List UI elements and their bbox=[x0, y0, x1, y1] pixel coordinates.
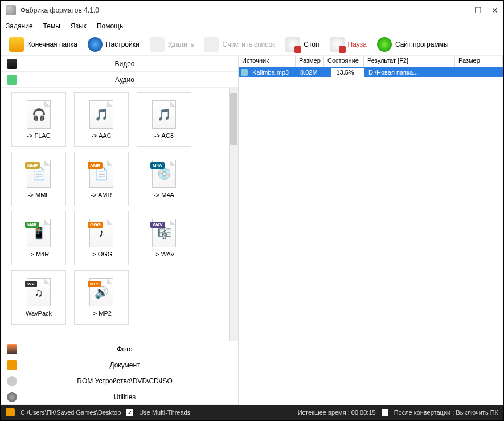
gear-icon bbox=[88, 37, 103, 52]
format-glyph-icon: 🎵 bbox=[95, 108, 109, 121]
format-label: -> OGG bbox=[91, 251, 113, 257]
format-label: -> AC3 bbox=[154, 132, 174, 139]
pause-icon bbox=[330, 37, 345, 52]
scrollbar-vertical[interactable] bbox=[229, 88, 238, 341]
format-badge: WV bbox=[25, 281, 37, 287]
menu-themes[interactable]: Темы bbox=[43, 22, 60, 30]
window-title: Фабрика форматов 4.1.0 bbox=[21, 6, 457, 14]
format-grid: 🎧-> FLAC🎵-> AAC🎵-> AC3MMF📄-> MMFAMR📄-> A… bbox=[1, 88, 229, 341]
category-utilities-label: Utilities bbox=[114, 393, 136, 401]
header-source[interactable]: Источник bbox=[239, 56, 296, 67]
format-label: -> MMF bbox=[28, 191, 50, 198]
category-rom-label: ROM Устройство\DVD\CD\ISO bbox=[77, 377, 172, 385]
after-convert-checkbox[interactable] bbox=[382, 409, 388, 416]
format-label: -> MP2 bbox=[91, 310, 112, 317]
menu-help[interactable]: Помощь bbox=[97, 22, 123, 30]
format-file-icon: M4R📱 bbox=[27, 219, 51, 247]
format-file-icon: OGG♪ bbox=[89, 219, 113, 247]
format-item[interactable]: AMR📄-> AMR bbox=[74, 152, 129, 206]
status-path: C:\Users\ПК\Saved Games\Desktop bbox=[21, 409, 121, 416]
folder-icon bbox=[9, 37, 24, 52]
status-folder-icon[interactable] bbox=[6, 408, 15, 416]
format-file-icon: M4A💿 bbox=[152, 160, 176, 188]
category-photo[interactable]: Фото bbox=[1, 341, 238, 357]
menu-language[interactable]: Язык bbox=[71, 22, 87, 30]
settings-button[interactable]: Настройки bbox=[84, 36, 143, 53]
format-badge: MMF bbox=[25, 162, 40, 169]
cell-size2 bbox=[456, 72, 503, 73]
globe-icon bbox=[377, 37, 392, 52]
format-file-icon: MMF📄 bbox=[27, 160, 51, 188]
format-item[interactable]: M4A💿-> M4A bbox=[137, 152, 191, 206]
table-header: Источник Размер Состояние Результат [F2]… bbox=[239, 56, 503, 67]
website-label: Сайт программы bbox=[395, 40, 449, 48]
table-row[interactable]: Kalimba.mp3 8.02M 13.5% D:\Новая папка..… bbox=[239, 67, 503, 77]
cell-size: 8.02M bbox=[297, 68, 325, 76]
format-item[interactable]: MP3🔊-> MP2 bbox=[74, 270, 129, 325]
format-item[interactable]: WV♫WavPack bbox=[11, 270, 66, 325]
format-glyph-icon: 🎧 bbox=[32, 108, 46, 121]
format-item[interactable]: OGG♪-> OGG bbox=[74, 211, 129, 265]
menu-task[interactable]: Задание bbox=[6, 22, 33, 30]
format-badge: M4R bbox=[25, 222, 39, 228]
cell-file: Kalimba.mp3 bbox=[249, 68, 297, 76]
category-audio[interactable]: Аудио bbox=[1, 72, 238, 88]
format-file-icon: 🎵 bbox=[89, 100, 113, 129]
video-icon bbox=[7, 59, 17, 69]
format-item[interactable]: 🎵-> AAC bbox=[74, 92, 129, 147]
delete-button[interactable]: Удалить bbox=[146, 36, 198, 53]
format-item[interactable]: M4R📱-> M4R bbox=[11, 211, 66, 265]
format-item[interactable]: 🎵-> AC3 bbox=[137, 92, 191, 147]
progress-text: 13.5% bbox=[336, 69, 354, 76]
header-size2[interactable]: Размер bbox=[455, 56, 503, 67]
stop-icon bbox=[285, 37, 300, 52]
clear-label: Очистить список bbox=[222, 40, 275, 48]
format-file-icon: AMR📄 bbox=[89, 160, 113, 188]
header-result[interactable]: Результат [F2] bbox=[364, 56, 455, 67]
stop-button[interactable]: Стоп bbox=[282, 36, 322, 53]
output-folder-label: Конечная папка bbox=[27, 40, 77, 48]
format-label: -> AMR bbox=[91, 191, 112, 198]
format-label: -> AAC bbox=[91, 132, 111, 139]
category-utilities[interactable]: Utilities bbox=[1, 389, 238, 405]
scrollbar-thumb[interactable] bbox=[230, 93, 237, 145]
cell-output: D:\Новая папка... bbox=[365, 68, 456, 76]
clear-icon bbox=[204, 37, 219, 52]
delete-icon bbox=[150, 37, 165, 52]
website-button[interactable]: Сайт программы bbox=[374, 36, 452, 53]
format-label: -> M4R bbox=[28, 251, 49, 257]
minimize-button[interactable]: — bbox=[457, 7, 464, 14]
format-glyph-icon: 📄 bbox=[32, 167, 46, 181]
header-state[interactable]: Состояние bbox=[324, 56, 364, 67]
format-glyph-icon: 🎼 bbox=[157, 226, 171, 240]
format-glyph-icon: 🔊 bbox=[95, 285, 109, 299]
format-item[interactable]: WAV🎼-> WAV bbox=[137, 211, 191, 265]
pause-label: Пауза bbox=[348, 40, 367, 48]
category-video[interactable]: Видео bbox=[1, 56, 238, 72]
output-folder-button[interactable]: Конечная папка bbox=[6, 36, 81, 53]
photo-icon bbox=[7, 344, 17, 354]
header-size[interactable]: Размер bbox=[296, 56, 324, 67]
format-badge: M4A bbox=[150, 162, 165, 169]
progress-bar bbox=[326, 68, 331, 77]
format-badge: WAV bbox=[150, 222, 165, 228]
titlebar: Фабрика форматов 4.1.0 — ☐ ✕ bbox=[1, 1, 503, 19]
format-glyph-icon: 📄 bbox=[95, 167, 109, 181]
format-badge: AMR bbox=[88, 162, 103, 169]
format-glyph-icon: 💿 bbox=[157, 167, 171, 181]
close-button[interactable]: ✕ bbox=[491, 7, 498, 14]
category-rom[interactable]: ROM Устройство\DVD\CD\ISO bbox=[1, 373, 238, 389]
multithread-checkbox[interactable]: ✓ bbox=[126, 409, 133, 416]
category-document[interactable]: Документ bbox=[1, 357, 238, 373]
format-item[interactable]: MMF📄-> MMF bbox=[11, 152, 66, 206]
format-item[interactable]: 🎧-> FLAC bbox=[11, 92, 66, 147]
format-label: -> FLAC bbox=[27, 132, 50, 139]
pause-button[interactable]: Пауза bbox=[326, 36, 370, 53]
category-document-label: Документ bbox=[109, 361, 140, 369]
format-glyph-icon: ♫ bbox=[35, 286, 43, 299]
format-badge: OGG bbox=[88, 222, 103, 228]
clear-list-button[interactable]: Очистить список bbox=[200, 36, 278, 53]
format-file-icon: 🎵 bbox=[152, 100, 176, 129]
format-badge: MP3 bbox=[88, 281, 101, 287]
maximize-button[interactable]: ☐ bbox=[474, 7, 481, 14]
